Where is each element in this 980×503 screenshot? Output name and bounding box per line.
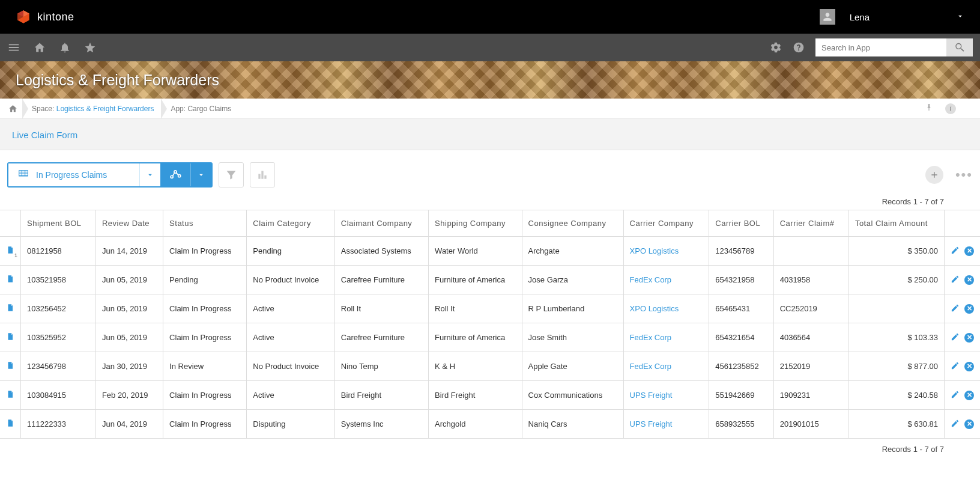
edit-button[interactable] [951, 303, 960, 314]
chart-button[interactable] [250, 162, 275, 187]
header-status[interactable]: Status [163, 210, 247, 237]
delete-button[interactable]: ✕ [964, 419, 974, 429]
header-carrier[interactable]: Carrier Company [623, 210, 709, 237]
carrier-link[interactable]: FedEx Corp [630, 275, 671, 284]
delete-button[interactable]: ✕ [964, 362, 974, 371]
carrier-link[interactable]: UPS Freight [630, 419, 673, 428]
cell-carrier-claim: 4036564 [773, 323, 848, 352]
row-icon[interactable] [0, 323, 21, 352]
cell-amount: $ 350.00 [848, 237, 944, 266]
carrier-link[interactable]: FedEx Corp [630, 333, 671, 342]
user-menu[interactable]: Lena [820, 9, 964, 25]
header-bol[interactable]: Shipment BOL [21, 210, 96, 237]
view-list-button[interactable]: In Progress Claims [8, 163, 139, 186]
cell-carrier-claim [773, 237, 848, 266]
gear-icon[interactable] [770, 41, 782, 53]
cell-consignee: R P Lumberland [522, 294, 623, 323]
view-chart-button[interactable] [160, 163, 190, 186]
cell-shipping: Archgold [429, 410, 522, 439]
avatar [820, 9, 835, 25]
edit-button[interactable] [951, 390, 960, 401]
carrier-link[interactable]: XPO Logistics [630, 304, 679, 313]
carrier-link[interactable]: XPO Logistics [630, 246, 679, 255]
cell-carrier: FedEx Corp [623, 352, 709, 381]
carrier-link[interactable]: UPS Freight [630, 391, 673, 400]
cell-category: Disputing [247, 410, 335, 439]
cell-category: No Product Invoice [247, 352, 335, 381]
edit-button[interactable] [951, 275, 960, 285]
delete-button[interactable]: ✕ [964, 304, 974, 314]
add-record-button[interactable] [925, 166, 943, 184]
help-icon[interactable] [793, 41, 805, 53]
header-actions [945, 210, 981, 237]
cell-category: No Product Invoice [247, 266, 335, 294]
live-claim-form-link[interactable]: Live Claim Form [12, 130, 77, 140]
edit-button[interactable] [951, 332, 960, 343]
breadcrumb-home[interactable] [6, 99, 23, 118]
header-category[interactable]: Claim Category [247, 210, 335, 237]
row-icon[interactable] [0, 410, 21, 439]
header-claimant[interactable]: Claimant Company [334, 210, 428, 237]
cell-shipping: K & H [429, 352, 522, 381]
funnel-icon [225, 169, 237, 181]
row-icon[interactable] [0, 266, 21, 294]
delete-button[interactable]: ✕ [964, 333, 974, 343]
cell-amount: $ 250.00 [848, 266, 944, 294]
row-icon[interactable] [0, 294, 21, 323]
carrier-link[interactable]: FedEx Corp [630, 362, 671, 371]
search-button[interactable] [946, 38, 973, 56]
cell-shipping: Bird Freight [429, 381, 522, 410]
view-list-dropdown[interactable] [139, 163, 160, 186]
header-shipping[interactable]: Shipping Company [429, 210, 522, 237]
edit-button[interactable] [951, 419, 960, 430]
row-icon[interactable] [0, 381, 21, 410]
header-icon [0, 210, 21, 237]
more-menu[interactable]: ••• [955, 167, 973, 183]
cell-carrier-bol: 4561235852 [709, 352, 773, 381]
delete-button[interactable]: ✕ [964, 391, 974, 400]
bell-icon[interactable] [59, 41, 71, 53]
svg-line-11 [177, 173, 179, 175]
breadcrumb-app-label: App: Cargo Claims [171, 105, 231, 113]
breadcrumb-space-link[interactable]: Logistics & Freight Forwarders [56, 105, 154, 113]
header-carrier-bol[interactable]: Carrier BOL [709, 210, 773, 237]
brand[interactable]: kintone [16, 9, 74, 25]
info-icon[interactable]: i [945, 103, 956, 114]
cell-bol: 103525952 [21, 323, 96, 352]
row-icon[interactable] [0, 352, 21, 381]
menu-icon[interactable] [7, 41, 20, 54]
header-amount[interactable]: Total Claim Amount [848, 210, 944, 237]
header-date[interactable]: Review Date [95, 210, 163, 237]
header-consignee[interactable]: Consignee Company [522, 210, 623, 237]
cell-carrier: UPS Freight [623, 381, 709, 410]
cell-status: In Review [163, 352, 247, 381]
filter-button[interactable] [219, 162, 244, 187]
edit-button[interactable] [951, 246, 960, 257]
cell-shipping: Furniture of America [429, 323, 522, 352]
cell-claimant: Carefree Furniture [334, 323, 428, 352]
edit-button[interactable] [951, 361, 960, 372]
view-name: In Progress Claims [36, 170, 107, 180]
cell-claimant: Carefree Furniture [334, 266, 428, 294]
cell-carrier: FedEx Corp [623, 323, 709, 352]
star-icon[interactable] [84, 41, 96, 53]
search-box [815, 38, 973, 56]
cell-date: Jun 05, 2019 [95, 294, 163, 323]
delete-button[interactable]: ✕ [964, 275, 974, 285]
document-icon [6, 421, 14, 430]
view-chart-dropdown[interactable] [190, 163, 211, 186]
table-row: 123456798Jan 30, 2019In ReviewNo Product… [0, 352, 980, 381]
cell-amount: $ 240.58 [848, 381, 944, 410]
home-icon[interactable] [34, 41, 46, 53]
cell-carrier: FedEx Corp [623, 266, 709, 294]
pin-icon[interactable] [925, 103, 933, 114]
cell-date: Feb 20, 2019 [95, 381, 163, 410]
breadcrumb-app: App: Cargo Claims [162, 99, 240, 118]
cell-date: Jun 05, 2019 [95, 266, 163, 294]
header-carrier-claim[interactable]: Carrier Claim# [773, 210, 848, 237]
row-icon[interactable]: 1 [0, 237, 21, 266]
delete-button[interactable]: ✕ [964, 246, 974, 256]
search-input[interactable] [815, 38, 946, 56]
controls: In Progress Claims ••• [0, 150, 980, 194]
table-row: 103525952Jun 05, 2019Claim In ProgressAc… [0, 323, 980, 352]
